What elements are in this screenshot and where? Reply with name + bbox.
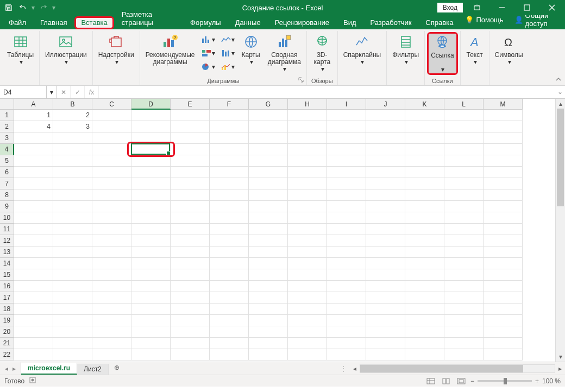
cell[interactable] bbox=[405, 121, 444, 132]
cell[interactable] bbox=[249, 281, 288, 292]
row-header[interactable]: 11 bbox=[0, 224, 14, 235]
cell[interactable] bbox=[444, 144, 484, 155]
cell[interactable] bbox=[53, 349, 92, 361]
cell[interactable] bbox=[366, 201, 405, 212]
column-header[interactable]: L bbox=[444, 99, 484, 110]
column-header[interactable]: J bbox=[366, 99, 405, 110]
sheet-prev-icon[interactable]: ◂ bbox=[3, 365, 10, 372]
cell[interactable] bbox=[327, 258, 366, 269]
zoom-slider[interactable] bbox=[478, 380, 532, 382]
cell[interactable] bbox=[171, 201, 210, 212]
cell[interactable] bbox=[327, 224, 366, 235]
tellme-button[interactable]: 💡Помощь bbox=[461, 14, 507, 26]
vertical-scrollbar[interactable]: ▴ ▾ bbox=[555, 99, 565, 362]
cell[interactable] bbox=[131, 155, 171, 167]
cell[interactable] bbox=[14, 338, 53, 349]
cell[interactable] bbox=[210, 144, 249, 155]
cell[interactable] bbox=[210, 246, 249, 258]
cell[interactable] bbox=[327, 189, 366, 201]
cell[interactable] bbox=[405, 338, 444, 349]
cell[interactable] bbox=[92, 212, 131, 224]
fx-icon[interactable]: fx bbox=[85, 86, 99, 98]
cell[interactable] bbox=[249, 121, 288, 132]
sheet-next-icon[interactable]: ▸ bbox=[11, 365, 17, 372]
scroll-up-icon[interactable]: ▴ bbox=[556, 99, 565, 109]
cell[interactable] bbox=[14, 349, 53, 361]
cell[interactable] bbox=[53, 315, 92, 326]
stat-chart-button[interactable]: ▾ bbox=[219, 47, 236, 60]
column-header[interactable]: C bbox=[92, 99, 131, 110]
cell[interactable] bbox=[484, 132, 523, 144]
cell[interactable] bbox=[366, 178, 405, 189]
cell[interactable] bbox=[92, 292, 131, 304]
cell[interactable] bbox=[53, 235, 92, 246]
cell[interactable] bbox=[288, 304, 327, 315]
row-header[interactable]: 6 bbox=[0, 167, 14, 178]
login-button[interactable]: Вход bbox=[437, 3, 463, 12]
cell[interactable] bbox=[53, 224, 92, 235]
cell[interactable] bbox=[92, 246, 131, 258]
cell[interactable] bbox=[288, 349, 327, 361]
sparklines-button[interactable]: Спарклайны▾ bbox=[340, 32, 385, 67]
zoom-out-icon[interactable]: − bbox=[470, 377, 474, 385]
cell[interactable] bbox=[327, 121, 366, 132]
illustrations-button[interactable]: Иллюстрации▾ bbox=[42, 32, 90, 67]
horizontal-scrollbar[interactable] bbox=[360, 364, 555, 373]
page-layout-view-icon[interactable] bbox=[440, 376, 452, 386]
cell[interactable] bbox=[288, 246, 327, 258]
cell[interactable] bbox=[288, 338, 327, 349]
cell[interactable] bbox=[444, 246, 484, 258]
cell[interactable] bbox=[210, 326, 249, 338]
cell[interactable] bbox=[405, 189, 444, 201]
cell[interactable] bbox=[484, 246, 523, 258]
cell[interactable] bbox=[210, 189, 249, 201]
redo-icon[interactable] bbox=[37, 1, 50, 14]
cell[interactable] bbox=[210, 212, 249, 224]
cell[interactable] bbox=[366, 292, 405, 304]
cell[interactable] bbox=[327, 235, 366, 246]
cell[interactable] bbox=[249, 224, 288, 235]
tab-вид[interactable]: Вид bbox=[337, 16, 363, 29]
cell[interactable] bbox=[444, 212, 484, 224]
cell[interactable] bbox=[92, 304, 131, 315]
tab-вставка[interactable]: Вставка bbox=[74, 16, 114, 29]
formula-input[interactable] bbox=[99, 86, 565, 98]
cell[interactable] bbox=[131, 281, 171, 292]
cell[interactable] bbox=[405, 315, 444, 326]
qat-dropdown-icon[interactable]: ▾ bbox=[32, 4, 35, 11]
row-header[interactable]: 10 bbox=[0, 212, 14, 224]
cell[interactable] bbox=[444, 189, 484, 201]
cell[interactable] bbox=[444, 349, 484, 361]
cell[interactable] bbox=[131, 326, 171, 338]
cell[interactable] bbox=[288, 315, 327, 326]
cell[interactable] bbox=[327, 155, 366, 167]
cell[interactable] bbox=[327, 281, 366, 292]
cell[interactable] bbox=[366, 349, 405, 361]
row-header[interactable]: 19 bbox=[0, 315, 14, 326]
cell[interactable] bbox=[171, 132, 210, 144]
row-header[interactable]: 13 bbox=[0, 246, 14, 258]
cell[interactable] bbox=[444, 235, 484, 246]
enter-formula-icon[interactable]: ✓ bbox=[71, 86, 85, 98]
cell[interactable] bbox=[249, 304, 288, 315]
select-all-corner[interactable] bbox=[0, 99, 14, 110]
cell[interactable] bbox=[484, 167, 523, 178]
cell[interactable] bbox=[444, 121, 484, 132]
cell[interactable] bbox=[444, 155, 484, 167]
page-break-view-icon[interactable] bbox=[455, 376, 467, 386]
cell[interactable] bbox=[249, 235, 288, 246]
cell[interactable] bbox=[444, 224, 484, 235]
cell[interactable] bbox=[14, 281, 53, 292]
cell[interactable] bbox=[327, 201, 366, 212]
cell[interactable] bbox=[210, 349, 249, 361]
cell[interactable] bbox=[366, 246, 405, 258]
row-header[interactable]: 9 bbox=[0, 201, 14, 212]
cell[interactable] bbox=[14, 167, 53, 178]
cell[interactable] bbox=[14, 292, 53, 304]
cell[interactable] bbox=[131, 121, 171, 132]
cell[interactable] bbox=[131, 178, 171, 189]
charts-launcher-icon[interactable] bbox=[298, 77, 305, 84]
cell[interactable] bbox=[131, 292, 171, 304]
cell[interactable] bbox=[366, 326, 405, 338]
cell[interactable] bbox=[210, 201, 249, 212]
